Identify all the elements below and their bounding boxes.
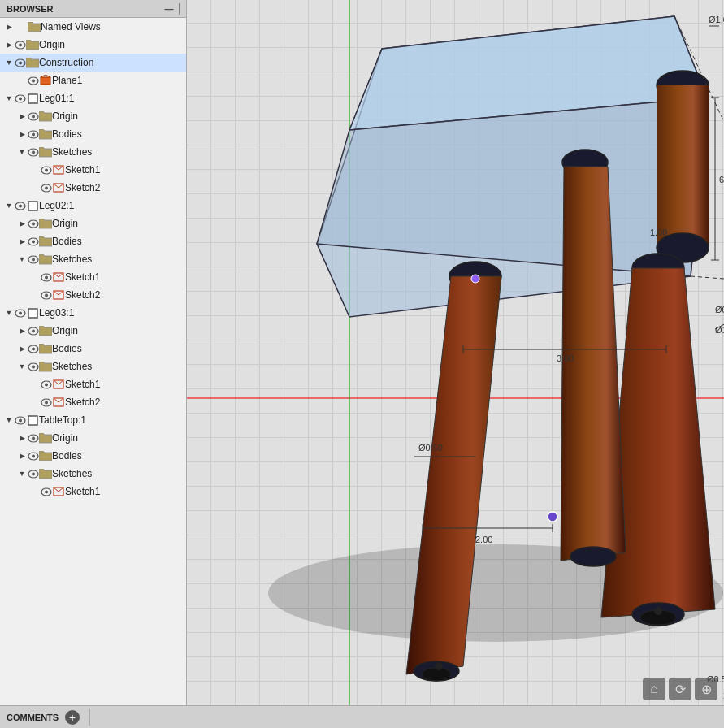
visibility-icon-leg01-origin[interactable]	[28, 110, 39, 122]
visibility-icon-leg03-sketch2[interactable]	[41, 396, 52, 408]
tree-label-leg01-bodies: Bodies	[52, 128, 82, 140]
visibility-icon-leg03-sketches[interactable]	[28, 361, 39, 372]
visibility-icon-tabletop-sketch1[interactable]	[41, 486, 52, 497]
svg-line-64	[54, 398, 59, 402]
tree-item-leg01-sketches[interactable]: ▼ Sketches	[0, 143, 186, 161]
visibility-icon-leg01-sketch1[interactable]	[41, 164, 52, 176]
tree-item-leg03-sketch1[interactable]: Sketch1	[0, 375, 186, 393]
sketch-icon-leg01-sketch1	[52, 164, 65, 176]
tree-item-leg03-origin[interactable]: ▶ Origin	[0, 322, 186, 340]
expand-arrow-leg03[interactable]: ▼	[3, 307, 15, 318]
tree-item-leg01[interactable]: ▼ Leg01:1	[0, 89, 186, 107]
expand-arrow-leg02-origin[interactable]: ▶	[16, 218, 28, 229]
expand-arrow-leg01-origin[interactable]: ▶	[16, 110, 28, 122]
tree-item-construction[interactable]: ▼ Construction	[0, 54, 186, 72]
viewport-tool-orbit[interactable]: ⟳	[669, 678, 691, 700]
expand-arrow-leg03-bodies[interactable]: ▶	[16, 343, 28, 354]
tree-label-leg01-sketch2: Sketch2	[65, 182, 100, 193]
visibility-icon-tabletop-bodies[interactable]	[28, 450, 39, 462]
tree-item-leg03-bodies[interactable]: ▶ Bodies	[0, 340, 186, 358]
visibility-icon-leg03-bodies[interactable]	[28, 343, 39, 354]
visibility-icon-leg03-sketch1[interactable]	[41, 379, 52, 390]
visibility-icon-leg02-sketches[interactable]	[28, 254, 39, 265]
svg-text:Ø1.00: Ø1.00	[709, 15, 724, 24]
expand-arrow-leg03-sketches[interactable]: ▼	[16, 361, 28, 372]
tree-item-leg02-origin[interactable]: ▶ Origin	[0, 214, 186, 232]
tree-item-leg02-sketch1[interactable]: Sketch1	[0, 268, 186, 286]
visibility-icon-leg01-bodies[interactable]	[28, 128, 39, 140]
expand-arrow-leg01[interactable]: ▼	[3, 93, 15, 104]
tree-item-leg01-sketch2[interactable]: Sketch2	[0, 179, 186, 197]
tree-item-leg02[interactable]: ▼ Leg02:1	[0, 197, 186, 214]
tree-label-tabletop-sketch1: Sketch1	[65, 486, 100, 497]
expand-arrow-leg02[interactable]: ▼	[3, 200, 15, 211]
expand-arrow-tabletop-bodies[interactable]: ▶	[16, 450, 28, 462]
expand-arrow-named-views[interactable]: ▶	[3, 21, 15, 32]
visibility-icon-leg03-origin[interactable]	[28, 325, 39, 336]
tree-item-tabletop-sketches[interactable]: ▼ Sketches	[0, 465, 186, 483]
expand-arrow-tabletop[interactable]: ▼	[3, 414, 15, 426]
visibility-icon-leg03[interactable]	[15, 307, 26, 318]
svg-point-24	[45, 186, 48, 189]
expand-arrow-leg02-bodies[interactable]: ▶	[16, 236, 28, 247]
svg-point-34	[32, 240, 35, 243]
visibility-icon-leg02-bodies[interactable]	[28, 236, 39, 247]
tree-item-tabletop-sketch1[interactable]: Sketch1	[0, 483, 186, 500]
expand-arrow-leg03-origin[interactable]: ▶	[16, 325, 28, 336]
visibility-icon-construction[interactable]	[15, 57, 26, 68]
tree-item-leg03-sketch2[interactable]: Sketch2	[0, 393, 186, 411]
visibility-icon-leg02-sketch1[interactable]	[41, 271, 52, 283]
tree-label-leg03-bodies: Bodies	[52, 343, 82, 354]
visibility-icon-tabletop-origin[interactable]	[28, 432, 39, 444]
tree-item-origin-top[interactable]: ▶ Origin	[0, 36, 186, 54]
sketch-icon-leg03-sketch1	[52, 379, 65, 390]
body-icon-leg02	[26, 200, 39, 211]
visibility-icon-plane1[interactable]	[28, 75, 39, 86]
tree-item-leg02-sketches[interactable]: ▼ Sketches	[0, 250, 186, 268]
svg-point-76	[45, 490, 48, 493]
tree-item-tabletop-bodies[interactable]: ▶ Bodies	[0, 447, 186, 465]
tree-item-leg02-bodies[interactable]: ▶ Bodies	[0, 232, 186, 250]
expand-arrow-construction[interactable]: ▼	[3, 57, 15, 68]
tree-item-leg01-bodies[interactable]: ▶ Bodies	[0, 125, 186, 143]
visibility-icon-tabletop-sketches[interactable]	[28, 468, 39, 479]
visibility-icon-leg02-sketch2[interactable]	[41, 289, 52, 301]
tree-item-leg02-sketch2[interactable]: Sketch2	[0, 286, 186, 304]
expand-arrow-leg02-sketches[interactable]: ▼	[16, 254, 28, 265]
svg-point-43	[45, 293, 48, 297]
svg-point-67	[19, 418, 22, 422]
comments-add-button[interactable]: +	[65, 710, 80, 725]
expand-arrow-origin-top[interactable]: ▶	[3, 39, 15, 50]
visibility-icon-origin-top[interactable]	[15, 39, 26, 50]
visibility-icon-leg01[interactable]	[15, 93, 26, 104]
visibility-icon-tabletop[interactable]	[15, 414, 26, 426]
tree-item-leg03-sketches[interactable]: ▼ Sketches	[0, 358, 186, 375]
folder-icon-tabletop-bodies	[39, 450, 52, 462]
browser-minimize-button[interactable]: —	[163, 2, 176, 15]
expand-arrow-leg01-sketches[interactable]: ▼	[16, 146, 28, 158]
tree-label-leg01-origin: Origin	[52, 110, 78, 122]
expand-arrow-tabletop-sketches[interactable]: ▼	[16, 468, 28, 479]
expand-arrow-tabletop-origin[interactable]: ▶	[16, 432, 28, 444]
expand-arrow-leg01-bodies[interactable]: ▶	[16, 128, 28, 140]
viewport-tool-home[interactable]: ⌂	[643, 678, 665, 700]
viewport-tool-zoom[interactable]: ⊕	[695, 678, 717, 700]
tree-item-leg03[interactable]: ▼ Leg03:1	[0, 304, 186, 322]
svg-point-74	[32, 472, 35, 475]
tree-label-leg01: Leg01:1	[39, 93, 74, 104]
visibility-icon-leg02-origin[interactable]	[28, 218, 39, 229]
folder-icon-tabletop-sketches	[39, 468, 52, 479]
viewport[interactable]: Ø1.00 6.00 1.00 Ø0.50 Ø1.00 3.00 Ø0.50	[187, 0, 724, 705]
svg-point-5	[32, 79, 35, 82]
tree-item-named-views[interactable]: ▶ Named Views	[0, 18, 186, 36]
tree-item-plane1[interactable]: Plane1	[0, 72, 186, 89]
tree-item-leg01-origin[interactable]: ▶ Origin	[0, 107, 186, 125]
tree-item-tabletop[interactable]: ▼ TableTop:1	[0, 411, 186, 429]
svg-point-1	[19, 43, 22, 46]
tree-item-leg01-sketch1[interactable]: Sketch1	[0, 161, 186, 179]
visibility-icon-leg01-sketches[interactable]	[28, 146, 39, 158]
tree-label-tabletop: TableTop:1	[39, 414, 86, 426]
tree-item-tabletop-origin[interactable]: ▶ Origin	[0, 429, 186, 447]
visibility-icon-leg02[interactable]	[15, 200, 26, 211]
visibility-icon-leg01-sketch2[interactable]	[41, 182, 52, 193]
